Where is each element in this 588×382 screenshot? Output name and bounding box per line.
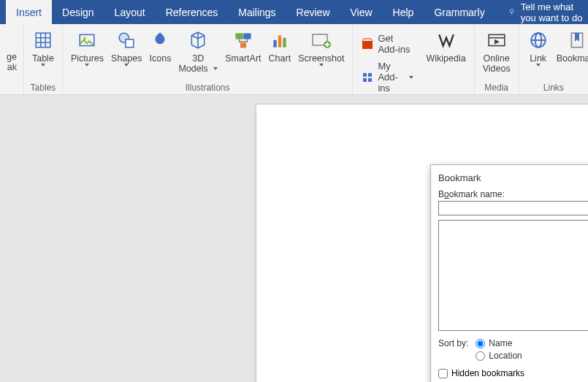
ribbon-tabs: Insert Design Layout References Mailings…	[0, 0, 588, 24]
chevron-down-icon	[213, 67, 218, 70]
page-break-button[interactable]: ge ak	[4, 27, 19, 74]
bookmark-dialog: Bookmark Bookmark name: Sort by: Name Lo…	[430, 164, 588, 382]
chevron-down-icon	[41, 64, 45, 66]
group-links-label: Links	[519, 81, 588, 95]
icons-icon	[149, 28, 171, 52]
tab-view[interactable]: View	[340, 0, 383, 24]
svg-rect-14	[362, 41, 373, 49]
ribbon: ge ak Table Tables Pictures	[0, 24, 588, 95]
table-icon	[32, 28, 54, 52]
svg-point-0	[510, 9, 513, 13]
wikipedia-button[interactable]: Wikipedia	[422, 27, 469, 65]
sort-location-radio[interactable]: Location	[476, 351, 522, 361]
group-illustrations-label: Illustrations	[63, 81, 352, 95]
group-pages-label	[0, 81, 23, 95]
svg-rect-9	[273, 40, 276, 47]
addins-icon	[362, 72, 373, 83]
online-videos-button[interactable]: Online Videos	[479, 27, 514, 75]
svg-rect-18	[368, 78, 372, 82]
bookmark-name-label: Bookmark name:	[438, 189, 588, 199]
video-icon	[486, 28, 508, 52]
svg-rect-5	[126, 39, 134, 47]
tell-me-search[interactable]: Tell me what you want to do	[508, 1, 588, 23]
smartart-icon	[232, 28, 254, 52]
tell-me-label: Tell me what you want to do	[521, 1, 588, 23]
bookmark-list[interactable]	[438, 220, 588, 331]
store-icon	[362, 38, 373, 50]
svg-rect-7	[244, 34, 251, 39]
chevron-down-icon	[124, 64, 129, 66]
page-break-label-1: ge	[7, 52, 17, 62]
chevron-down-icon	[409, 76, 413, 79]
svg-rect-15	[363, 73, 367, 77]
link-button[interactable]: Link	[524, 27, 553, 68]
bookmark-name-input[interactable]	[438, 201, 588, 215]
svg-rect-11	[283, 38, 286, 47]
chevron-down-icon	[319, 64, 324, 66]
pictures-button[interactable]: Pictures	[67, 27, 107, 68]
tab-mailings[interactable]: Mailings	[228, 0, 286, 24]
dialog-title: Bookmark	[431, 165, 588, 189]
wikipedia-icon	[435, 28, 457, 52]
svg-rect-8	[241, 43, 246, 47]
screenshot-button[interactable]: Screenshot	[294, 27, 348, 68]
svg-rect-16	[368, 73, 372, 77]
screenshot-icon	[310, 28, 332, 52]
tab-grammarly[interactable]: Grammarly	[424, 0, 495, 24]
chart-button[interactable]: Chart	[265, 27, 295, 65]
shapes-icon	[115, 28, 137, 52]
tab-insert[interactable]: Insert	[6, 0, 52, 24]
sort-name-radio[interactable]: Name	[476, 338, 522, 348]
tab-design[interactable]: Design	[52, 0, 104, 24]
tab-help[interactable]: Help	[383, 0, 424, 24]
table-button[interactable]: Table	[28, 27, 58, 68]
link-icon	[527, 28, 549, 52]
svg-rect-1	[36, 33, 50, 47]
cube-icon	[187, 28, 209, 52]
bookmark-button[interactable]: Bookmark	[553, 27, 588, 65]
get-addins-button[interactable]: Get Add-ins	[357, 31, 418, 56]
pictures-icon	[76, 28, 98, 52]
page-break-label-2: ak	[7, 62, 17, 72]
tab-layout[interactable]: Layout	[104, 0, 156, 24]
svg-rect-19	[489, 34, 505, 45]
hidden-bookmarks-checkbox[interactable]: Hidden bookmarks	[438, 368, 588, 378]
svg-rect-17	[363, 78, 367, 82]
svg-rect-10	[278, 36, 281, 47]
icons-button[interactable]: Icons	[145, 27, 175, 65]
3d-models-button[interactable]: 3D Models	[175, 27, 221, 75]
my-addins-button[interactable]: My Add-ins	[357, 59, 418, 95]
chart-icon	[269, 28, 291, 52]
tab-references[interactable]: References	[156, 0, 229, 24]
svg-rect-6	[236, 34, 243, 39]
chevron-down-icon	[85, 64, 89, 66]
lightbulb-icon	[508, 7, 515, 18]
tab-review[interactable]: Review	[286, 0, 340, 24]
smartart-button[interactable]: SmartArt	[221, 27, 264, 65]
shapes-button[interactable]: Shapes	[107, 27, 145, 68]
group-media-label: Media	[475, 81, 519, 95]
sort-by-label: Sort by:	[438, 338, 468, 348]
bookmark-icon	[566, 28, 588, 52]
chevron-down-icon	[536, 64, 541, 66]
group-tables-label: Tables	[24, 81, 62, 95]
